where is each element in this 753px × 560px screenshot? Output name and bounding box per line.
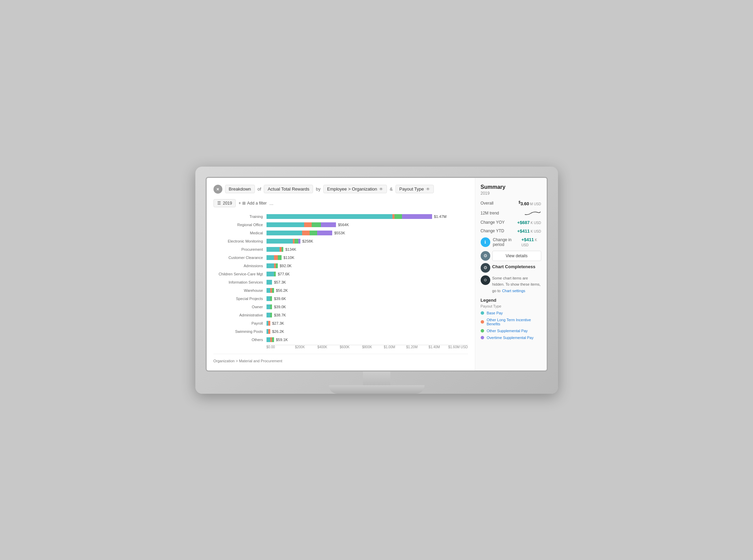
- chart-row: Regional Office$564K: [213, 222, 468, 228]
- settings-icon[interactable]: ⚙: [481, 251, 490, 261]
- legend-item-label[interactable]: Overtime Supplemental Pay: [487, 336, 534, 340]
- chart-row: Procurement$134K: [213, 246, 468, 252]
- legend-item: Other Long Term Incentive Benefits: [481, 318, 541, 326]
- bar-orange-segment: [274, 255, 278, 260]
- bar-value-label: $564K: [338, 223, 349, 227]
- bar-value-label: $59.1K: [276, 338, 288, 342]
- x-axis-tick: $200K: [289, 345, 311, 349]
- change-period-label: Change in period: [493, 237, 519, 247]
- by-text: by: [316, 186, 321, 192]
- bar-value-label: $134K: [285, 247, 296, 251]
- chart-footer: Organization > Material and Procurement: [213, 354, 468, 364]
- x-axis: $0.00$200K$400K$600K$800K$1.00M$1.20M$1.…: [267, 345, 468, 349]
- bar-value-label: $92.0K: [280, 264, 292, 268]
- bar-label: Regional Office: [213, 223, 267, 227]
- close-button[interactable]: ×: [213, 185, 222, 194]
- chart-row: Swimming Pools$26.2K: [213, 328, 468, 335]
- bar-area: $56.2K: [267, 288, 468, 293]
- bar-area: $39.6K: [267, 296, 468, 301]
- filter-icon: ☰: [217, 201, 221, 206]
- chart-row: Special Projects$39.6K: [213, 296, 468, 302]
- add-filter-label: Add a filter: [247, 201, 267, 206]
- bar-area: $564K: [267, 222, 468, 227]
- dimension2-label[interactable]: Payout Type 👁: [395, 185, 434, 193]
- more-options-button[interactable]: ...: [270, 200, 274, 206]
- bar-area: $110K: [267, 255, 468, 260]
- trend-row: 12M trend: [481, 210, 541, 217]
- chart-row: Medical$553K: [213, 230, 468, 236]
- chart-row: Information Services$57.3K: [213, 279, 468, 285]
- legend-item-label[interactable]: Other Supplemental Pay: [487, 329, 528, 333]
- legend-items: Base PayOther Long Term Incentive Benefi…: [481, 311, 541, 340]
- legend-dot: [481, 329, 484, 333]
- x-axis-tick: $0.00: [267, 345, 289, 349]
- chart-row: Administrative$38.7K: [213, 312, 468, 318]
- chart-row: Others$59.1K: [213, 337, 468, 343]
- legend-dot: [481, 311, 484, 315]
- change-period-row: ℹ Change in period +$411 K USD: [481, 237, 541, 247]
- metric-label: Actual Total Rewards: [264, 185, 313, 193]
- trend-chart: [524, 210, 541, 217]
- monitor-stand: [206, 372, 548, 394]
- bar-area: $134K: [267, 247, 468, 252]
- bar-orange-segment: [268, 321, 270, 326]
- bar-label: Information Services: [213, 280, 267, 284]
- of-text: of: [258, 186, 261, 192]
- chart-row: Customer Clearance$110K: [213, 255, 468, 261]
- bar-label: Payroll: [213, 321, 267, 325]
- bar-area: $38.7K: [267, 313, 468, 317]
- bar-value-label: $39.0K: [274, 305, 286, 309]
- bar-blue-segment: [267, 337, 270, 342]
- bar-label: Training: [213, 214, 267, 219]
- bar-value-label: $553K: [334, 231, 345, 235]
- legend-item-label[interactable]: Base Pay: [487, 311, 503, 315]
- dimension2-text: Payout Type: [399, 186, 424, 192]
- bar-green-segment: [272, 337, 274, 342]
- chart-grid: Training$1.47MRegional Office$564KMedica…: [213, 213, 468, 349]
- legend-item: Base Pay: [481, 311, 541, 315]
- chart-row: Owner$39.0K: [213, 304, 468, 310]
- bar-area: $1.47M: [267, 214, 468, 219]
- year-filter-button[interactable]: ☰ 2019: [213, 199, 236, 207]
- bar-area: $553K: [267, 231, 468, 235]
- bar-orange-segment: [268, 329, 270, 334]
- x-axis-tick: $600K: [334, 345, 356, 349]
- chart-row: Training$1.47M: [213, 213, 468, 220]
- x-axis-tick: $400K: [311, 345, 333, 349]
- main-panel: × Breakdown of Actual Total Rewards by E…: [207, 178, 475, 370]
- chart-rows: Training$1.47MRegional Office$564KMedica…: [213, 213, 468, 343]
- bar-blue-segment: [267, 231, 302, 235]
- eye-icon-1: 👁: [379, 187, 383, 192]
- plus-icon: +: [238, 201, 241, 206]
- change-ytd-row: Change YTD +$411 K USD: [481, 229, 541, 234]
- bar-area: $39.0K: [267, 304, 468, 309]
- bar-label: Procurement: [213, 247, 267, 251]
- bar-value-label: $57.3K: [274, 280, 286, 284]
- summary-year: 2019: [481, 191, 541, 196]
- ampersand-text: &: [390, 186, 393, 192]
- x-axis-tick: $1.60M USD: [445, 345, 468, 349]
- stand-base: [329, 385, 425, 394]
- completeness-icon2: ⊙: [481, 275, 490, 285]
- bar-value-label: $258K: [302, 239, 313, 243]
- add-filter-button[interactable]: + ⊞ Add a filter: [238, 201, 267, 206]
- completeness-row: ⚙ Chart Completeness: [481, 263, 541, 273]
- view-details-button[interactable]: View details: [492, 251, 541, 261]
- sidebar-tools: ⚙ View details ⚙ Chart Completeness ⊙ So…: [481, 251, 541, 294]
- bar-green-segment: [272, 288, 274, 293]
- completeness-title: Chart Completeness: [492, 264, 535, 269]
- bar-label: Administrative: [213, 313, 267, 317]
- bar-blue-segment: [267, 280, 272, 285]
- bar-orange-segment: [302, 231, 310, 235]
- bar-label: Warehouse: [213, 288, 267, 292]
- legend-item-label[interactable]: Other Long Term Incentive Benefits: [487, 318, 541, 326]
- x-axis-tick: $1.40M: [423, 345, 445, 349]
- bar-green-segment: [270, 304, 272, 309]
- chart-settings-link[interactable]: Chart settings: [502, 289, 525, 293]
- bar-area: $27.3K: [267, 321, 468, 326]
- dimension1-label[interactable]: Employee > Organization 👁: [323, 185, 387, 193]
- summary-title: Summary: [481, 184, 541, 190]
- bar-area: $92.0K: [267, 263, 468, 268]
- x-axis-tick: $800K: [356, 345, 378, 349]
- bar-blue-segment: [267, 222, 304, 227]
